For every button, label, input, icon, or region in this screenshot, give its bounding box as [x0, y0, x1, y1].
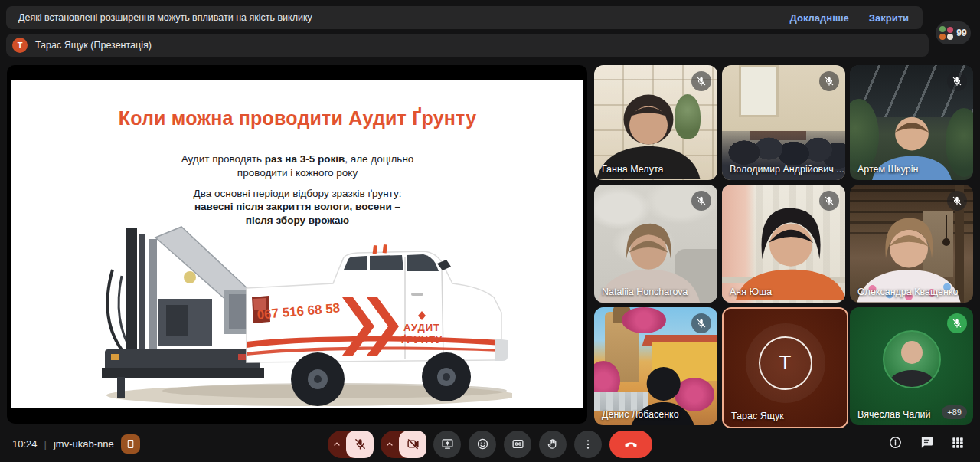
mic-off-icon — [819, 191, 839, 211]
presenter-label: Тарас Ящук (Презентація) — [35, 40, 152, 51]
slide-title: Коли можна проводити Аудит Ґрунту — [11, 107, 583, 129]
avatar — [883, 330, 941, 388]
participant-name: Володимир Андрійович ... — [730, 164, 844, 175]
mic-off-icon — [691, 191, 711, 211]
presentation-slide: Коли можна проводити Аудит Ґрунту Аудит … — [11, 80, 583, 408]
participant-name: Артем Шкурін — [858, 164, 918, 175]
video-tile-ania-yusha[interactable]: Аня Юша — [722, 185, 845, 303]
panel-icons — [888, 435, 965, 453]
banner-text: Деякі встановлені розширення можуть впли… — [18, 12, 790, 23]
participant-name: Тарас Ящук — [731, 411, 784, 421]
participant-name: Nataliia Honcharova — [602, 287, 688, 297]
chat-icon[interactable] — [920, 435, 934, 453]
clock-time: 10:24 — [12, 438, 38, 450]
participants-count-pill[interactable]: 99 — [936, 21, 971, 44]
meta-separator: | — [44, 438, 47, 450]
mic-off-icon — [691, 313, 711, 333]
people-count-avatars — [939, 26, 953, 40]
extensions-warning-banner: Деякі встановлені розширення можуть впли… — [6, 6, 923, 29]
video-tile-oleksandra-kvashchenko[interactable]: Олександра Кващенко — [850, 185, 973, 303]
bottom-bar: 10:24 | jmv-ukab-nne — [0, 426, 980, 462]
mic-off-button[interactable] — [346, 431, 374, 458]
mic-off-icon — [691, 71, 711, 91]
mic-off-icon — [947, 313, 967, 333]
end-call-button[interactable] — [609, 431, 652, 458]
door-icon[interactable] — [121, 434, 140, 454]
banner-close-link[interactable]: Закрити — [869, 12, 909, 24]
raise-hand-button[interactable] — [539, 431, 567, 458]
video-tile-denys-lobasenko[interactable]: Денис Лобасенко — [594, 307, 717, 425]
camera-control-group — [381, 431, 426, 458]
video-tile-hanna-meluta[interactable]: Ганна Мелута — [594, 65, 717, 180]
presenter-chip: T Тарас Ящук (Презентація) — [6, 34, 929, 57]
presentation-tile[interactable]: Коли можна проводити Аудит Ґрунту Аудит … — [7, 65, 587, 424]
participant-video: T — [724, 309, 847, 427]
mic-control-group — [328, 431, 373, 458]
meeting-code: jmv-ukab-nne — [54, 438, 114, 450]
participant-name: Олександра Кващенко — [858, 287, 959, 297]
participant-name: Вячеслав Чалий — [858, 409, 931, 420]
participant-name: Ганна Мелута — [602, 164, 663, 175]
more-participants-badge[interactable]: +89 — [942, 405, 967, 419]
info-icon[interactable] — [888, 435, 903, 453]
captions-button[interactable] — [504, 431, 531, 458]
mic-off-icon — [947, 191, 967, 211]
truck-logo-line1: АУДИТ — [403, 322, 440, 333]
video-tile-artem-shkurin[interactable]: Артем Шкурін — [850, 65, 973, 180]
camera-options-chevron-up-icon[interactable] — [381, 440, 399, 449]
presenter-avatar: T — [12, 38, 28, 53]
mic-off-icon — [947, 71, 967, 91]
grid-view-icon[interactable] — [951, 436, 965, 453]
reactions-button[interactable] — [469, 431, 496, 458]
video-tile-taras-yashchuk[interactable]: T Тарас Ящук — [722, 307, 848, 428]
video-tile-volodymyr[interactable]: Володимир Андрійович ... — [722, 65, 845, 180]
mic-options-chevron-up-icon[interactable] — [328, 440, 346, 449]
meeting-meta: 10:24 | jmv-ukab-nne — [12, 434, 140, 454]
camera-off-button[interactable] — [399, 431, 426, 458]
participants-count: 99 — [956, 28, 966, 38]
soil-audit-truck-image: 067 516 68 58 АУДИТ ҐРУНТУ — [82, 222, 512, 408]
participant-name: Денис Лобасенко — [602, 409, 679, 420]
banner-more-link[interactable]: Докладніше — [790, 12, 849, 24]
video-tile-nataliia-honcharova[interactable]: Nataliia Honcharova — [594, 185, 717, 303]
slide-paragraph-1: Аудит проводять раз на 3-5 років, але до… — [11, 152, 583, 180]
present-screen-button[interactable] — [433, 431, 461, 458]
video-tile-viacheslav-chalyi[interactable]: Вячеслав Чалий +89 — [850, 307, 973, 425]
truck-logo-line2: ҐРУНТУ — [401, 334, 443, 346]
mic-off-icon — [819, 71, 839, 91]
call-controls — [328, 431, 652, 458]
more-options-button[interactable] — [574, 431, 602, 458]
avatar: T — [759, 336, 812, 390]
participant-name: Аня Юша — [730, 287, 772, 297]
